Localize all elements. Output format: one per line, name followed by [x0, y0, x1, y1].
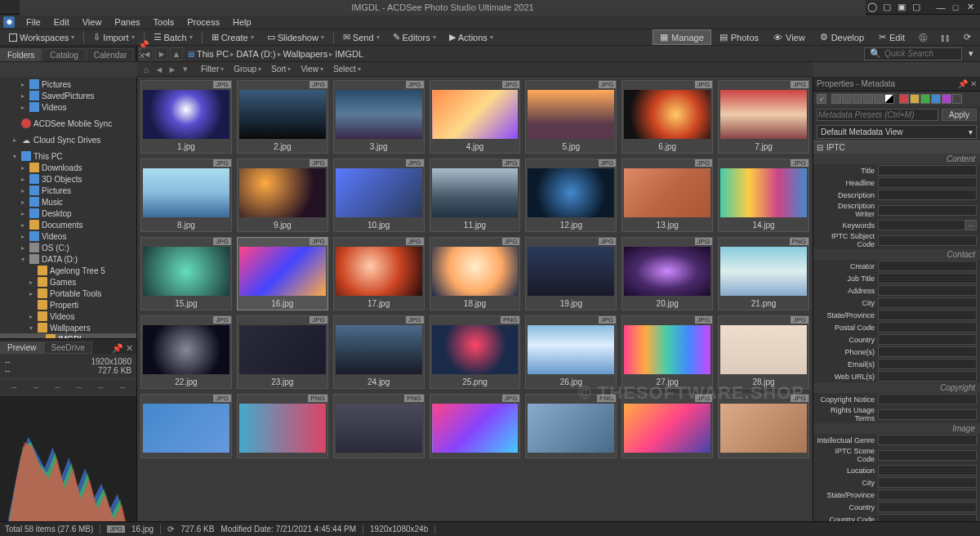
rating-2[interactable] — [842, 94, 852, 104]
mode-manage[interactable]: ▦Manage — [653, 29, 711, 45]
layout-icon-1[interactable]: ▢ — [880, 2, 893, 13]
nav-forward-button[interactable]: ► — [155, 47, 168, 60]
mode-view[interactable]: 👁View — [767, 31, 812, 44]
tree-datad[interactable]: ▾DATA (D:) — [0, 253, 136, 265]
rating-1[interactable] — [831, 94, 841, 104]
keywords-browse-button[interactable]: … — [965, 220, 977, 230]
field-input[interactable] — [878, 346, 977, 357]
field-input[interactable] — [878, 502, 977, 512]
refresh-icon[interactable]: ⟳ — [167, 525, 174, 534]
thumbnail[interactable]: JPG 14.jpg — [718, 159, 809, 232]
apply-button[interactable]: Apply — [942, 109, 977, 121]
field-input[interactable] — [878, 371, 977, 382]
field-input[interactable] — [878, 177, 977, 188]
sync-button[interactable]: ⟳ — [958, 30, 977, 44]
field-input[interactable] — [878, 450, 977, 461]
field-input[interactable] — [878, 409, 977, 420]
thumbnail[interactable]: JPG 8.jpg — [140, 159, 232, 232]
preview-pin-icon[interactable]: 📌 ✕ — [109, 343, 136, 354]
field-input[interactable] — [878, 190, 977, 200]
send-button[interactable]: ✉Send▾ — [337, 30, 385, 44]
tree-videos3[interactable]: ▸Videos — [0, 310, 136, 322]
tree-videos[interactable]: ▸Videos — [0, 101, 136, 113]
tree-documents[interactable]: ▸Documents — [0, 219, 136, 230]
field-input[interactable] — [878, 322, 977, 333]
back-icon[interactable]: ◄ — [154, 64, 165, 75]
tree-games[interactable]: ▸Games — [0, 276, 136, 288]
slideshow-button[interactable]: ▭Slideshow▾ — [261, 30, 330, 44]
tree-portable[interactable]: ▸Portable Tools — [0, 288, 136, 299]
sort-button[interactable]: Sort ▾ — [266, 65, 296, 74]
thumbnail[interactable]: JPG 18.jpg — [430, 237, 521, 310]
field-input[interactable] — [878, 205, 977, 216]
layout-icon-2[interactable]: ▣ — [895, 2, 908, 13]
mode-develop[interactable]: ⚙Develop — [813, 30, 871, 44]
section-iptc[interactable]: ⊟IPTC — [813, 141, 980, 154]
menu-tools[interactable]: Tools — [147, 17, 181, 27]
color-red[interactable] — [899, 94, 909, 104]
thumbnail[interactable]: PNG 21.png — [718, 237, 809, 310]
actions-button[interactable]: ▶Actions▾ — [443, 30, 499, 44]
history-icon[interactable]: ▾ — [180, 64, 191, 75]
search-box[interactable]: 🔍 — [864, 47, 962, 60]
breadcrumb-drive[interactable]: DATA (D:) — [236, 49, 275, 59]
field-input[interactable] — [878, 477, 977, 488]
menu-panes[interactable]: Panes — [108, 17, 146, 27]
field-input[interactable] — [878, 235, 977, 246]
menu-process[interactable]: Process — [180, 17, 226, 27]
layout-icon-3[interactable]: ▢ — [910, 2, 923, 13]
color-purple[interactable] — [942, 94, 951, 104]
mode-edit[interactable]: ✂Edit — [872, 30, 911, 44]
field-input[interactable] — [878, 435, 977, 445]
thumbnail[interactable]: JPG 22.jpg — [140, 315, 232, 389]
breadcrumb-this-pc[interactable]: This PC — [197, 49, 229, 59]
field-input[interactable] — [878, 310, 977, 320]
color-none[interactable] — [952, 94, 962, 104]
tree-music[interactable]: ▸Music — [0, 196, 136, 208]
tree-downloads[interactable]: ▸Downloads — [0, 162, 136, 173]
tree-mobile-sync[interactable]: ACDSee Mobile Sync — [0, 118, 136, 129]
menu-help[interactable]: Help — [226, 17, 258, 27]
tree-desktop[interactable]: ▸Desktop — [0, 208, 136, 219]
thumbnail[interactable]: JPG 26.jpg — [525, 315, 617, 389]
tree-this-pc[interactable]: ▾This PC — [0, 150, 136, 162]
tree-pictures2[interactable]: ▸Pictures — [0, 185, 136, 196]
color-blue[interactable] — [931, 94, 941, 104]
thumbnail[interactable]: JPG — [430, 394, 521, 458]
menu-file[interactable]: File — [20, 17, 47, 27]
tree-wallpapers[interactable]: ▾Wallpapers — [0, 322, 136, 333]
maximize-button[interactable]: □ — [949, 2, 962, 13]
breadcrumb-imgdl[interactable]: IMGDL — [335, 49, 363, 59]
metadata-presets-input[interactable] — [817, 109, 938, 121]
thumbnail[interactable]: JPG 2.jpg — [237, 80, 328, 154]
thumbnail[interactable]: JPG 9.jpg — [237, 159, 328, 232]
editors-button[interactable]: ✎Editors▾ — [387, 30, 442, 44]
nav-back-button[interactable]: ◄ — [140, 47, 154, 60]
user-icon[interactable]: ◯ — [866, 2, 879, 13]
thumbnail[interactable]: PNG — [333, 394, 425, 458]
thumbnail[interactable]: JPG 28.jpg — [718, 315, 809, 389]
menu-edit[interactable]: Edit — [47, 17, 76, 27]
rating-3[interactable] — [853, 94, 862, 104]
thumbnail[interactable]: JPG 11.jpg — [430, 159, 521, 232]
tree-properti[interactable]: Properti — [0, 299, 136, 310]
thumbnail-grid[interactable]: JPG 1.jpgJPG 2.jpgJPG 3.jpgJPG 4.jpgJPG … — [137, 77, 813, 536]
thumbnail[interactable]: JPG 16.jpg — [237, 237, 328, 310]
thumbnail[interactable]: JPG 15.jpg — [140, 237, 232, 310]
tab-seedrive[interactable]: SeeDrive — [44, 342, 92, 354]
menu-view[interactable]: View — [76, 17, 109, 27]
view-button[interactable]: View ▾ — [296, 65, 328, 74]
thumbnail[interactable]: JPG 13.jpg — [621, 159, 713, 232]
tab-calendar[interactable]: Calendar — [87, 48, 135, 61]
thumbnail[interactable]: JPG 3.jpg — [333, 80, 425, 154]
search-dropdown[interactable]: ▾ — [965, 48, 977, 59]
tab-catalog[interactable]: Catalog — [42, 48, 85, 61]
filter-button[interactable]: Filter ▾ — [196, 65, 229, 74]
tab-preview[interactable]: Preview — [0, 342, 44, 354]
field-input[interactable] — [878, 394, 977, 404]
field-input[interactable] — [878, 220, 965, 230]
field-input[interactable] — [878, 465, 977, 476]
search-input[interactable] — [884, 49, 958, 58]
close-button[interactable]: ✕ — [964, 2, 977, 13]
thumbnail[interactable]: JPG 27.jpg — [621, 315, 713, 389]
